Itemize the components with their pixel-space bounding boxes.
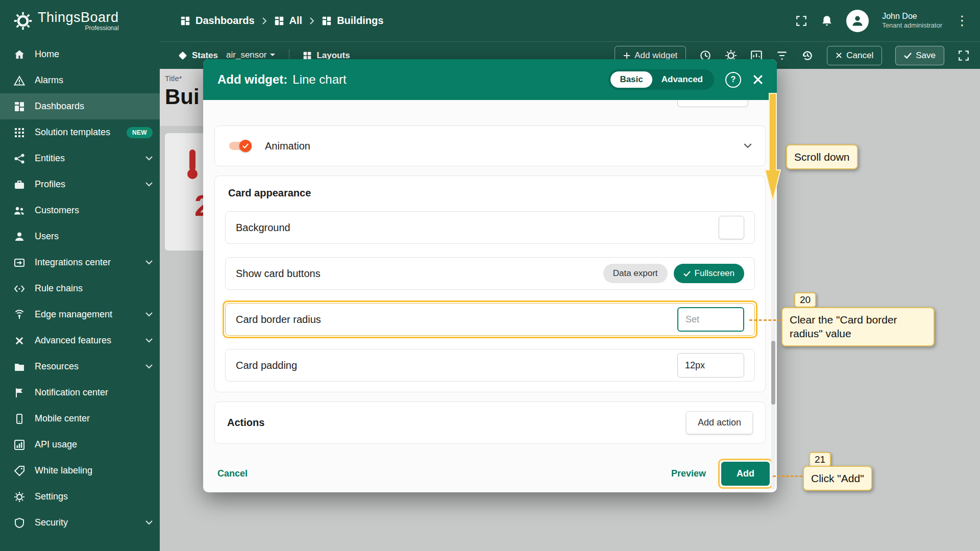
sidebar-item-solution-templates[interactable]: Solution templates NEW [0, 119, 160, 145]
card-padding-row: Card padding [225, 349, 755, 382]
settings-mode-toggle: Basic Advanced [608, 69, 714, 90]
sidebar-item-entities[interactable]: Entities [0, 145, 160, 171]
dialog-close-icon[interactable] [752, 74, 764, 85]
brand-name: ThingsBoard [38, 10, 119, 26]
expand-fullscreen-icon[interactable] [958, 49, 970, 62]
background-color-swatch[interactable] [719, 216, 744, 239]
user-role: Tenant administrator [882, 21, 942, 30]
dialog-header: Add widget: Line chart Basic Advanced [203, 59, 777, 100]
card-appearance-heading: Card appearance [225, 183, 755, 199]
scrolled-input-sliver [677, 100, 748, 107]
plus-icon [623, 52, 630, 59]
mobile-icon [13, 413, 26, 424]
dialog-title: Add widget: Line chart [217, 72, 347, 87]
thermometer-icon [189, 149, 195, 171]
breadcrumb-dashboards[interactable]: Dashboards [180, 15, 255, 27]
preview-button[interactable]: Preview [665, 464, 712, 483]
animation-section: Animation [214, 126, 766, 166]
step-21-note: Click "Add" [803, 466, 872, 491]
sidebar-item-integrations-center[interactable]: Integrations center [0, 249, 160, 276]
api-usage-icon [13, 439, 26, 450]
layouts-icon [303, 51, 312, 60]
sidebar-item-settings[interactable]: Settings [0, 484, 160, 510]
breadcrumb-separator-icon [262, 17, 267, 25]
card-appearance-section: Card appearance Background Show card but… [214, 176, 766, 392]
new-badge: NEW [127, 127, 153, 138]
version-history-icon[interactable] [801, 49, 814, 62]
brand-edition: Professional [85, 24, 119, 32]
dashboard-grid-icon [274, 16, 284, 26]
chevron-down-icon [270, 53, 276, 57]
card-border-radius-input[interactable] [677, 307, 744, 332]
integrations-icon [13, 257, 26, 268]
chevron-down-icon [145, 182, 153, 187]
dashboard-grid-icon [180, 16, 190, 26]
sidebar-item-dashboards[interactable]: Dashboards [0, 93, 160, 119]
close-icon [836, 52, 842, 59]
app-logo[interactable]: ThingsBoard Professional [0, 10, 160, 32]
dialog-cancel-button[interactable]: Cancel [217, 464, 254, 483]
add-action-button[interactable]: Add action [686, 411, 753, 434]
sidebar-item-api-usage[interactable]: API usage [0, 432, 160, 458]
customers-icon [13, 205, 26, 216]
dialog-add-button[interactable]: Add [721, 462, 770, 486]
card-padding-input[interactable] [677, 353, 744, 378]
breadcrumb-buildings[interactable]: Buildings [322, 15, 383, 27]
sidebar-item-white-labeling[interactable]: White labeling [0, 458, 160, 484]
help-icon[interactable] [725, 72, 741, 88]
filters-icon[interactable] [776, 49, 788, 62]
logo-gear-icon [13, 11, 33, 31]
gear-icon [13, 491, 26, 503]
cancel-edit-button[interactable]: Cancel [827, 46, 882, 65]
sidebar-item-customers[interactable]: Customers [0, 197, 160, 223]
sidebar-item-mobile-center[interactable]: Mobile center [0, 406, 160, 432]
show-card-buttons-row: Show card buttons Data export Fullscreen [225, 257, 755, 290]
sidebar-item-resources[interactable]: Resources [0, 354, 160, 380]
chevron-down-icon [145, 260, 153, 265]
scrollbar-thumb[interactable] [771, 341, 775, 405]
breadcrumb-all[interactable]: All [274, 15, 303, 27]
fullscreen-chip[interactable]: Fullscreen [674, 264, 744, 283]
sidebar-item-home[interactable]: Home [0, 41, 160, 67]
rule-chains-icon [13, 283, 26, 294]
folder-icon [13, 361, 26, 372]
sidebar-item-security[interactable]: Security [0, 510, 160, 536]
sidebar-item-notification-center[interactable]: Notification center [0, 380, 160, 406]
sidebar-item-alarms[interactable]: Alarms [0, 67, 160, 93]
animation-toggle[interactable] [228, 140, 252, 152]
notifications-bell-icon[interactable] [821, 15, 833, 27]
collapse-chevron-icon[interactable] [744, 143, 752, 148]
data-export-chip[interactable]: Data export [603, 264, 668, 283]
dashboards-icon [13, 101, 26, 112]
scroll-down-arrow [765, 93, 781, 202]
add-widget-dialog: Add widget: Line chart Basic Advanced An… [203, 59, 777, 492]
sidebar-item-users[interactable]: Users [0, 223, 160, 249]
chevron-down-icon [145, 156, 153, 161]
sidebar-item-profiles[interactable]: Profiles [0, 171, 160, 197]
step-21-badge: 21 [809, 452, 831, 467]
dialog-footer: Cancel Preview Add [203, 459, 777, 488]
step-20-note: Clear the "Card border radius" value [781, 307, 935, 346]
fullscreen-icon[interactable] [795, 15, 807, 27]
sidebar-item-rule-chains[interactable]: Rule chains [0, 276, 160, 302]
animation-label: Animation [265, 140, 310, 152]
check-icon [904, 53, 912, 59]
profiles-icon [13, 179, 26, 190]
tab-basic[interactable]: Basic [610, 71, 652, 88]
tab-advanced[interactable]: Advanced [652, 71, 712, 88]
user-icon [13, 231, 26, 242]
chevron-down-icon [145, 338, 153, 343]
breadcrumb-separator-icon [309, 17, 314, 25]
dashboard-grid-icon [322, 16, 332, 26]
flag-icon [13, 387, 26, 398]
save-button[interactable]: Save [895, 46, 944, 65]
sidebar-item-edge-management[interactable]: Edge management [0, 302, 160, 328]
step-21-connector [773, 475, 802, 477]
user-avatar[interactable] [846, 10, 869, 32]
kebab-menu-icon[interactable] [955, 13, 969, 29]
breadcrumb: Dashboards All Buildings [180, 15, 383, 27]
home-icon [13, 49, 26, 60]
solution-templates-icon [13, 127, 26, 138]
sidebar-item-advanced-features[interactable]: Advanced features [0, 328, 160, 354]
label-tag-icon [13, 465, 26, 477]
